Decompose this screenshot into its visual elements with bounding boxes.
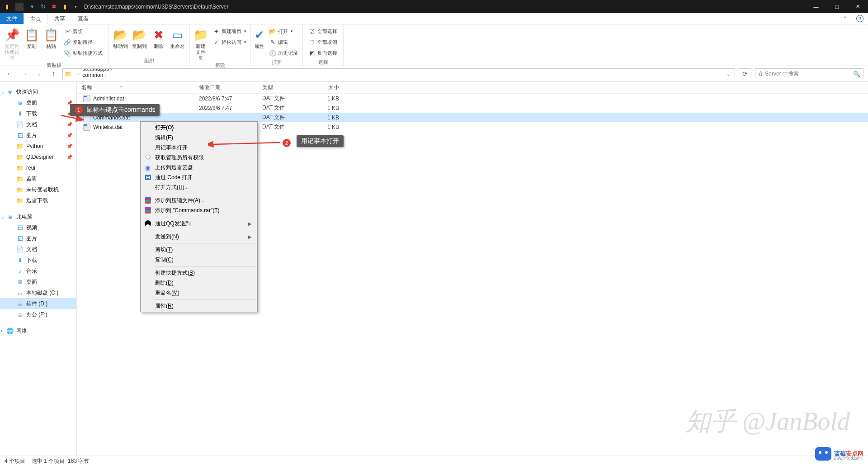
rename-button[interactable]: ▭重命名 xyxy=(170,26,186,49)
cut-button[interactable]: ✂剪切 xyxy=(62,26,104,36)
sidebar-item[interactable]: 🖼图片📌 xyxy=(0,130,76,141)
copyto-button[interactable]: 📂复制到 xyxy=(131,26,147,49)
status-item-count: 4 个项目 xyxy=(5,457,25,465)
selectall-button[interactable]: ☑全部选择 xyxy=(307,26,339,36)
sidebar-quickaccess[interactable]: ⌄★快速访问 xyxy=(0,86,76,97)
qat-dropdown[interactable]: ▾ xyxy=(71,3,80,11)
context-menu-item[interactable]: 重命名(M) xyxy=(142,288,256,298)
sidebar: ⌄★快速访问 🖥桌面📌⬇下载📌📄文档📌🖼图片📌📁Python📌📁QtDesign… xyxy=(0,82,77,456)
context-menu-item[interactable]: 打开方式(H)... xyxy=(142,182,256,192)
context-menu-item[interactable]: ⋈通过 Code 打开 xyxy=(142,172,256,182)
context-menu-item[interactable]: 添加到压缩文件(A)... xyxy=(142,195,256,205)
address-dropdown[interactable]: ⌄ xyxy=(724,71,733,76)
edit-button[interactable]: ✎编辑 xyxy=(267,37,300,47)
delete-button[interactable]: ✖删除 xyxy=(151,26,167,49)
ribbon-collapse[interactable]: ⌃ xyxy=(838,13,852,24)
sidebar-item[interactable]: 📁未转变者联机 xyxy=(0,184,76,195)
context-menu: 打开(O)编辑(E)用记事本打开🛡获取管理员所有权限▣上传到迅雷云盘⋈通过 Co… xyxy=(140,121,258,312)
refresh-button[interactable]: ⟳ xyxy=(739,68,751,79)
sidebar-item[interactable]: 📄文档 xyxy=(0,244,76,255)
context-menu-item[interactable]: 添加到 "Commands.rar"(T) xyxy=(142,205,256,215)
paste-shortcut-button[interactable]: 📎粘贴快捷方式 xyxy=(62,48,104,58)
brand-logo-icon xyxy=(815,447,831,461)
context-menu-item[interactable]: 🛡获取管理员所有权限 xyxy=(142,152,256,162)
brand-watermark: 蓝莓安卓网 www.lmkjd.com xyxy=(815,447,863,461)
sidebar-item[interactable]: ⛀本地磁盘 (C:) xyxy=(0,287,76,298)
sidebar-item[interactable]: 📁Python📌 xyxy=(0,141,76,152)
file-row[interactable]: Adminlist.dat2022/8/6 7:47DAT 文件1 KB xyxy=(77,94,868,103)
newfolder-button[interactable]: 📁新建 文件夹 xyxy=(193,26,208,61)
file-icon xyxy=(83,95,90,102)
column-headers[interactable]: 名称⌃ 修改日期 类型 大小 xyxy=(77,82,868,94)
context-menu-item[interactable]: 属性(R) xyxy=(142,301,256,311)
copy-button[interactable]: 📋复制 xyxy=(23,26,40,49)
sidebar-item[interactable]: 📁QtDesigner📌 xyxy=(0,152,76,162)
svg-line-1 xyxy=(61,115,84,120)
status-bar: 4 个项目 选中 1 个项目 163 字节 xyxy=(0,456,868,466)
file-list: 名称⌃ 修改日期 类型 大小 Adminlist.dat2022/8/6 7:4… xyxy=(77,82,868,456)
folder-icon: ▮ xyxy=(3,3,11,11)
qat-btn[interactable]: ▾ xyxy=(28,3,36,11)
moveto-button[interactable]: 📂移动到 xyxy=(112,26,128,49)
sidebar-network[interactable]: ›🌐网络 xyxy=(0,325,76,336)
search-input[interactable]: 在 Server 中搜索🔍 xyxy=(755,68,863,79)
sidebar-item[interactable]: 🎞视频 xyxy=(0,222,76,233)
address-bar[interactable]: 📁 › 此电脑›软件 (D:)›steam›steamapps›common›U… xyxy=(62,68,735,79)
context-menu-item[interactable]: 剪切(T) xyxy=(142,245,256,255)
context-menu-item[interactable]: 创建快捷方式(S) xyxy=(142,268,256,278)
context-menu-item[interactable]: 删除(D) xyxy=(142,278,256,288)
paste-button[interactable]: 📋粘贴 xyxy=(42,26,59,49)
newitem-button[interactable]: ✦新建项目▾ xyxy=(211,26,248,36)
sidebar-item[interactable]: 📁迅雷下载 xyxy=(0,195,76,206)
invertsel-button[interactable]: ◩反向选择 xyxy=(307,48,339,58)
breadcrumb[interactable]: U3DS› xyxy=(80,78,114,79)
easyaccess-button[interactable]: ✓轻松访问▾ xyxy=(211,37,248,47)
copypath-button[interactable]: 🔗复制路径 xyxy=(62,37,104,47)
minimize-button[interactable]: — xyxy=(806,0,826,13)
context-menu-item[interactable]: 发送到(N)▶ xyxy=(142,232,256,242)
sidebar-item[interactable]: ♪音乐 xyxy=(0,266,76,276)
tab-file[interactable]: 文件 xyxy=(0,13,24,24)
qat-btn[interactable]: ↻ xyxy=(39,3,47,11)
file-row[interactable]: Blacklist.dat2022/8/6 7:47DAT 文件1 KB xyxy=(77,103,868,113)
breadcrumb[interactable]: common› xyxy=(80,72,114,78)
qat-btn[interactable]: ✖ xyxy=(50,3,58,11)
tab-view[interactable]: 查看 xyxy=(71,13,95,24)
submenu-icon: ▶ xyxy=(248,234,252,239)
sidebar-thispc[interactable]: ⌄🖥此电脑 xyxy=(0,211,76,222)
pin-icon: 📌 xyxy=(66,133,73,138)
selectnone-button[interactable]: ☐全部取消 xyxy=(307,37,339,47)
navbar: ← → ⌄ ↑ 📁 › 此电脑›软件 (D:)›steam›steamapps›… xyxy=(0,66,868,82)
folder-icon: 📁 xyxy=(65,71,72,77)
tab-home[interactable]: 主页 xyxy=(24,14,48,24)
context-menu-item[interactable]: ▣上传到迅雷云盘 xyxy=(142,162,256,172)
tab-share[interactable]: 共享 xyxy=(48,13,71,24)
pin-icon: 📌 xyxy=(66,154,73,160)
sidebar-item[interactable]: 📁reui xyxy=(0,162,76,173)
sidebar-item[interactable]: 🖥桌面 xyxy=(0,276,76,287)
menu-tabs: 文件 主页 共享 查看 ⌃ ? xyxy=(0,13,868,24)
maximize-button[interactable]: ▢ xyxy=(826,0,847,13)
titlebar: ▮ ▾ ↻ ✖ ▮ ▾ D:\steam\steamapps\common\U3… xyxy=(0,0,868,13)
svg-line-3 xyxy=(212,143,280,144)
history-button[interactable]: 🕘历史记录 xyxy=(267,48,300,58)
context-menu-item[interactable]: 打开(O) xyxy=(142,123,256,133)
breadcrumb-sep[interactable]: › xyxy=(74,69,80,79)
submenu-icon: ▶ xyxy=(248,221,252,226)
file-row[interactable]: Commands.datDAT 文件1 KB xyxy=(77,113,868,122)
sidebar-item[interactable]: 🖼图片 xyxy=(0,233,76,244)
pin-quickaccess[interactable]: 📌固定到 快速访问 xyxy=(4,26,20,61)
close-button[interactable]: ✕ xyxy=(847,0,868,13)
context-menu-item[interactable]: 复制(C) xyxy=(142,255,256,265)
annotation-callout-1: 1鼠标右键点击commands xyxy=(70,104,160,116)
sidebar-item[interactable]: ⛀办公 (E:) xyxy=(0,309,76,320)
annotation-badge-2: 2 xyxy=(283,139,291,147)
sidebar-item[interactable]: ⬇下载 xyxy=(0,255,76,266)
context-menu-item[interactable]: 通过QQ发送到▶ xyxy=(142,219,256,228)
properties-button[interactable]: ✔属性 xyxy=(255,26,264,49)
sidebar-item[interactable]: ⛀软件 (D:) xyxy=(0,298,76,309)
qat-btn[interactable]: ▮ xyxy=(61,3,69,11)
open-button[interactable]: 📂打开▾ xyxy=(267,26,300,36)
sidebar-item[interactable]: 📁监听 xyxy=(0,173,76,184)
help-button[interactable]: ? xyxy=(856,15,863,22)
